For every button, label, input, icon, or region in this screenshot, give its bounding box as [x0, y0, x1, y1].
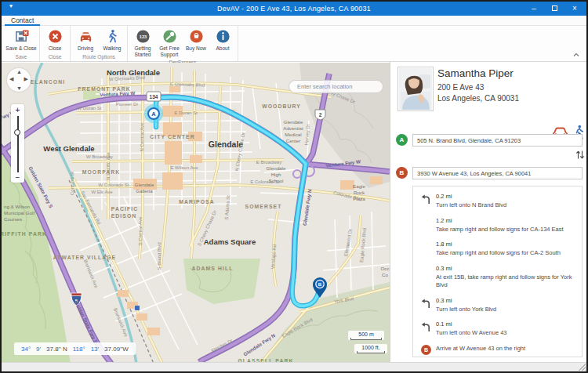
- map-zoom-control[interactable]: + −: [11, 104, 24, 183]
- map-label: Rock: [354, 190, 365, 195]
- map-label: WOODBURY: [262, 103, 301, 109]
- ribbon-collapse-chevron-icon[interactable]: [572, 52, 580, 58]
- directions-list[interactable]: 0.2 miTurn left onto N Brand Blvd1.2 miT…: [412, 186, 583, 357]
- latitude-degrees[interactable]: 34°: [21, 346, 31, 353]
- ribbon-group-devexpress: 123 Getting Started Get Free Support Buy…: [128, 26, 238, 61]
- contact-panel: Samantha Piper 200 E Ave 43 Los Angeles,…: [390, 62, 586, 362]
- step-instruction: Take ramp right and follow signs for CA-…: [436, 226, 564, 234]
- quick-access-dropdown-icon[interactable]: ▾: [9, 2, 13, 9]
- minimize-button[interactable]: –: [528, 5, 539, 13]
- about-button[interactable]: About: [209, 27, 236, 52]
- car-icon: [78, 29, 93, 44]
- app-window: ▾ DevAV - 200 E Ave 43, Los Angeles, CA …: [0, 0, 588, 373]
- arrival-b-badge: B: [421, 345, 431, 355]
- save-and-close-label: Save & Close: [5, 45, 36, 52]
- latitude-seconds[interactable]: 37.8'' N: [46, 346, 67, 353]
- turn-left-icon: [421, 299, 431, 309]
- step-spacer: [421, 241, 431, 257]
- longitude-minutes[interactable]: 13': [91, 346, 99, 353]
- buy-now-button[interactable]: Buy Now: [183, 27, 209, 52]
- ribbon-group-save: Save & Close Save: [3, 26, 40, 61]
- direction-step[interactable]: 1.8 miTake ramp right and follow signs f…: [421, 241, 574, 257]
- map-label: Glendale: [267, 165, 286, 171]
- maximize-button[interactable]: [549, 5, 560, 13]
- zoom-slider-thumb[interactable]: [14, 129, 20, 136]
- map-label: PACIFIC: [111, 206, 138, 212]
- map-label: Occ: [380, 266, 389, 271]
- map-label: RIFFITH PARK: [2, 231, 47, 237]
- swap-waypoints-icon[interactable]: [575, 150, 585, 160]
- map-label: Concord St: [70, 172, 74, 195]
- map-label: E Doran St: [174, 110, 198, 115]
- pan-down-icon[interactable]: ▼: [16, 85, 22, 91]
- step-instruction: Take ramp right and follow signs for CA-…: [436, 249, 561, 257]
- map-label: ng & Wilson: [4, 204, 31, 209]
- turn-left-icon: [421, 194, 431, 205]
- zoom-out-button[interactable]: −: [11, 173, 24, 182]
- direction-step[interactable]: 1.2 miTake ramp right and follow signs f…: [421, 217, 574, 234]
- map-label: ELANCONI: [31, 79, 65, 85]
- save-and-close-button[interactable]: Save & Close: [5, 27, 38, 52]
- map[interactable]: 134 2 5 North GlendaleGlendaleWest Glend…: [2, 63, 390, 364]
- direction-step[interactable]: 0.3 miTurn left onto York Blvd: [421, 297, 574, 313]
- map-search-input[interactable]: [289, 80, 383, 93]
- driving-button[interactable]: Driving: [72, 27, 99, 52]
- map-label: Eagle: [353, 183, 365, 189]
- map-label: Glendale: [284, 119, 303, 125]
- get-free-support-label: Get Free Support: [156, 45, 183, 59]
- step-distance: 0.2 mi: [436, 193, 506, 200]
- contact-photo: [397, 67, 434, 111]
- pan-left-icon[interactable]: ◀: [9, 76, 13, 82]
- svg-text:B: B: [318, 282, 322, 287]
- map-label: Glendale: [135, 182, 154, 187]
- tab-contact[interactable]: Contact: [5, 16, 40, 26]
- driving-label: Driving: [78, 45, 93, 52]
- content-area: 134 2 5 North GlendaleGlendaleWest Glend…: [2, 62, 586, 362]
- map-label: E Wilson Ave: [170, 165, 198, 170]
- route-shield-134: 134: [147, 92, 161, 101]
- zoom-track[interactable]: [17, 116, 19, 172]
- 123-icon: 123: [136, 29, 151, 44]
- about-label: About: [216, 45, 230, 52]
- get-free-support-button[interactable]: Get Free Support: [156, 27, 183, 59]
- latitude-minutes[interactable]: 9': [36, 346, 41, 353]
- route-marker-a[interactable]: A: [144, 104, 163, 123]
- svg-text:A: A: [151, 110, 156, 118]
- map-label: E Broadway: [256, 160, 281, 165]
- waypoint-b-input[interactable]: [412, 167, 583, 179]
- walking-button[interactable]: Walking: [99, 27, 125, 52]
- route-shield-2: 2: [315, 110, 325, 120]
- walking-icon: [105, 29, 120, 44]
- longitude-seconds[interactable]: 37.09''W: [104, 346, 129, 353]
- ribbon-group-close: Close Close: [40, 26, 71, 61]
- ribbon-group-label-close: Close: [42, 53, 68, 61]
- step-instruction: Arrive at W Avenue 43 on the right: [436, 345, 525, 353]
- close-button[interactable]: Close: [42, 27, 68, 52]
- waypoint-a-input[interactable]: [412, 134, 583, 147]
- map-label: Adams Square: [204, 237, 256, 246]
- step-instruction: Turn left onto York Blvd: [436, 306, 496, 313]
- direction-step[interactable]: 0.1 miTurn left onto W Avenue 43: [421, 320, 574, 337]
- close-window-button[interactable]: ×: [569, 5, 580, 13]
- window-title: DevAV - 200 E Ave 43, Los Angeles, CA 90…: [2, 5, 586, 13]
- map-label: N Pacific Ave: [106, 152, 111, 180]
- map-label: Co: [382, 272, 388, 277]
- getting-started-button[interactable]: 123 Getting Started: [129, 27, 156, 59]
- map-label: Center: [286, 138, 301, 143]
- pan-right-icon[interactable]: ▶: [24, 76, 28, 82]
- maximize-icon: [552, 5, 557, 11]
- map-coordinates-bar[interactable]: 34° 9' 37.8'' N 118° 13' 37.09''W: [14, 342, 136, 355]
- map-label: West Glendale: [43, 144, 94, 153]
- map-pan-control[interactable]: ▲ ▼ ◀ ▶: [7, 68, 31, 92]
- map-label: Medical: [285, 132, 301, 137]
- pan-up-icon[interactable]: ▲: [16, 69, 22, 74]
- direction-step[interactable]: 0.2 miTurn left onto N Brand Blvd: [421, 193, 574, 209]
- zoom-in-button[interactable]: +: [11, 106, 24, 114]
- resize-grip[interactable]: [579, 364, 586, 371]
- map-label: S Brand Blvd: [157, 242, 162, 270]
- longitude-degrees[interactable]: 118°: [73, 346, 85, 353]
- map-label: MARIPOSA: [179, 199, 214, 205]
- direction-step[interactable]: BArrive at W Avenue 43 on the right: [421, 345, 574, 355]
- direction-step[interactable]: 0.3 miAt exit 15B, take ramp right and f…: [421, 265, 574, 289]
- waypoint-a-badge: A: [396, 134, 408, 146]
